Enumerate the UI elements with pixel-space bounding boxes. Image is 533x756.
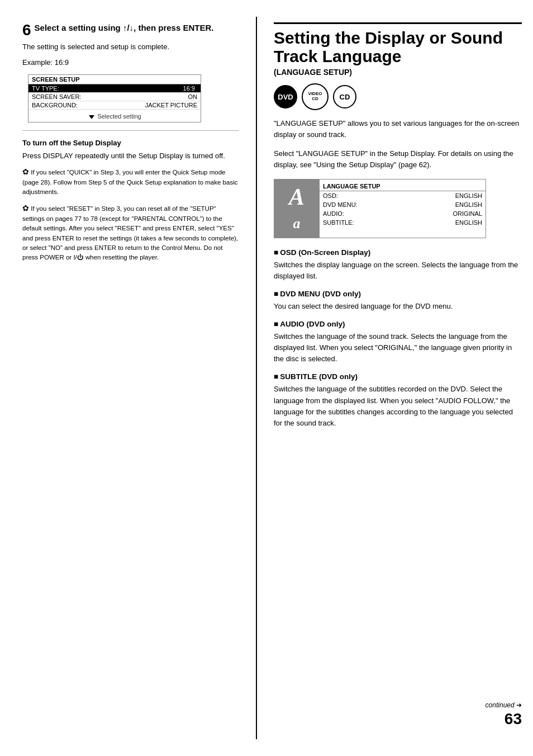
page-number: 63 [486, 710, 522, 728]
badge-dvd: DVD [274, 85, 297, 108]
lang-val-dvdmenu: ENGLISH [455, 201, 482, 208]
screen-row-label: TV TYPE: [32, 85, 59, 92]
turn-off-heading: To turn off the Setup Display [22, 139, 239, 147]
arrow-down-icon [89, 115, 94, 119]
section-dvdmenu-heading: DVD MENU (DVD only) [274, 290, 522, 298]
intro-body1: "LANGUAGE SETUP" allows you to set vario… [274, 118, 522, 140]
lang-icon-letters: A a [289, 185, 304, 232]
section-audio-heading: AUDIO (DVD only) [274, 320, 522, 328]
lang-key-audio: AUDIO: [323, 210, 344, 217]
section-osd-body: Switches the display language on the scr… [274, 259, 522, 282]
turn-off-section: To turn off the Setup Display Press DISP… [22, 139, 239, 162]
right-column: Setting the Display or Sound Track Langu… [257, 17, 533, 739]
section-audio: AUDIO (DVD only) Switches the language o… [274, 320, 522, 365]
left-column: 6 Select a setting using ↑/↓, then press… [0, 17, 257, 739]
lang-table: LANGUAGE SETUP OSD: ENGLISH DVD MENU: EN… [319, 179, 486, 238]
selected-label: Selected setting [28, 112, 201, 122]
turn-off-body: Press DISPLAY repeatedly until the Setup… [22, 150, 239, 162]
section-subtitle-body: Switches the language of the subtitles r… [274, 384, 522, 429]
screen-row-background: BACKGROUND: JACKET PICTURE [28, 101, 201, 110]
continued-label: continued ➜ [486, 701, 522, 709]
section-dvdmenu-body: You can select the desired language for … [274, 301, 522, 312]
lang-row-dvdmenu: DVD MENU: ENGLISH [320, 200, 486, 209]
section-audio-body: Switches the language of the sound track… [274, 331, 522, 365]
lang-val-osd: ENGLISH [455, 192, 482, 199]
tip1-section: ✿ If you select "QUICK" in Step 3, you w… [22, 166, 239, 197]
tip1-text: ✿ If you select "QUICK" in Step 3, you w… [22, 166, 239, 197]
lang-diagram-icon: A a [274, 179, 319, 238]
tip2-icon: ✿ [22, 204, 29, 212]
section-osd-heading: OSD (On-Screen Display) [274, 248, 522, 257]
intro-body2: Select "LANGUAGE SETUP" in the Setup Dis… [274, 148, 522, 171]
screen-row-tvtype: TV TYPE: 16:9 [28, 84, 201, 93]
lang-row-audio: AUDIO: ORIGINAL [320, 209, 486, 218]
screen-row-value2: ON [188, 93, 198, 100]
section-subtitle: SUBTITLE (DVD only) Switches the languag… [274, 372, 522, 429]
section-dvdmenu: DVD MENU (DVD only) You can select the d… [274, 290, 522, 312]
screen-setup-box: SCREEN SETUP TV TYPE: 16:9 SCREEN SAVER:… [28, 74, 201, 122]
tip1-icon: ✿ [22, 167, 29, 176]
section-subtitle-heading: SUBTITLE (DVD only) [274, 372, 522, 381]
screen-row-label2: SCREEN SAVER: [32, 93, 81, 100]
step-number: 6 [22, 22, 31, 38]
tip2-text: ✿ If you select "RESET" in Step 3, you c… [22, 202, 239, 262]
lang-table-title: LANGUAGE SETUP [320, 182, 486, 191]
screen-row-label3: BACKGROUND: [32, 102, 78, 108]
lang-val-audio: ORIGINAL [453, 210, 482, 217]
step-section: 6 Select a setting using ↑/↓, then press… [22, 22, 239, 122]
lang-key-subtitle: SUBTITLE: [323, 219, 354, 226]
step-heading: Select a setting using ↑/↓, then press E… [35, 22, 214, 34]
lang-diagram: A a LANGUAGE SETUP OSD: ENGLISH DVD MENU… [274, 179, 486, 238]
lang-val-subtitle: ENGLISH [455, 219, 482, 226]
continued-arrow-icon: ➜ [516, 701, 522, 709]
badge-dvd-label: DVD [278, 93, 293, 101]
right-title: Setting the Display or Sound Track Langu… [274, 22, 522, 65]
lang-key-osd: OSD: [323, 192, 338, 199]
screen-row-screensaver: SCREEN SAVER: ON [28, 93, 201, 101]
icon-a-large: A [289, 184, 304, 210]
page: 6 Select a setting using ↑/↓, then press… [0, 0, 533, 756]
icon-a-small: a [293, 215, 300, 231]
badge-video-label: VIDEOCD [308, 92, 322, 102]
step-example: Example: 16:9 [22, 57, 239, 68]
right-subtitle: (LANGUAGE SETUP) [274, 68, 522, 77]
screen-row-value: 16:9 [181, 85, 197, 92]
page-footer: continued ➜ 63 [486, 701, 522, 728]
lang-row-subtitle: SUBTITLE: ENGLISH [320, 218, 486, 227]
lang-key-dvdmenu: DVD MENU: [323, 201, 358, 208]
lang-row-osd: OSD: ENGLISH [320, 191, 486, 200]
badge-video-cd: VIDEOCD [302, 83, 329, 110]
section-osd: OSD (On-Screen Display) Switches the dis… [274, 248, 522, 282]
divider-1 [22, 130, 239, 131]
badge-cd-label: CD [340, 93, 350, 101]
screen-row-value3: JACKET PICTURE [145, 102, 197, 108]
badge-cd: CD [333, 85, 356, 108]
screen-setup-title: SCREEN SETUP [28, 75, 201, 84]
tip2-section: ✿ If you select "RESET" in Step 3, you c… [22, 202, 239, 262]
step-body1: The setting is selected and setup is com… [22, 41, 239, 53]
disc-badges: DVD VIDEOCD CD [274, 83, 522, 110]
